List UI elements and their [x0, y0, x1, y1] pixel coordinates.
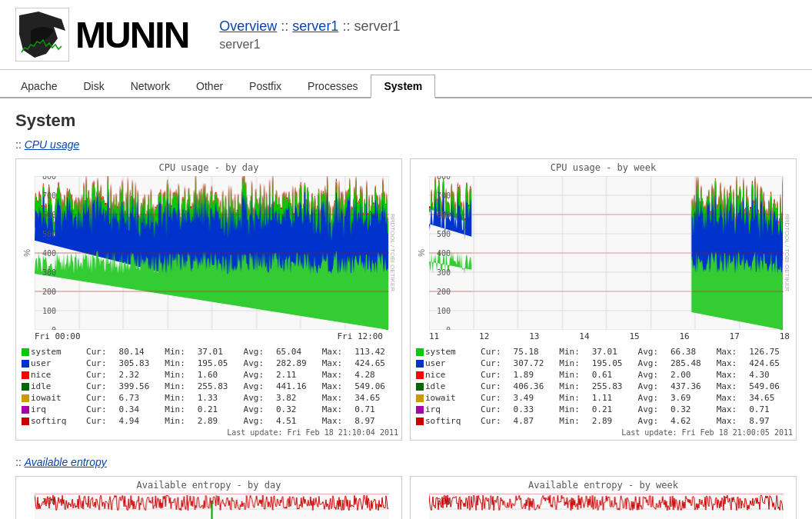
- x-17: 17: [730, 331, 740, 341]
- header-right: Overview :: server1 :: server1 server1: [219, 18, 400, 52]
- tab-network[interactable]: Network: [118, 75, 183, 97]
- legend-row-iowait: iowait Cur:3.49 Min:1.11 Avg:3.69 Max:34…: [414, 392, 793, 404]
- tab-system[interactable]: System: [371, 75, 435, 98]
- x-14: 14: [579, 331, 589, 341]
- breadcrumb-sep1: ::: [281, 18, 292, 34]
- y-axis-label-day: %: [22, 249, 32, 257]
- x-15: 15: [629, 331, 639, 341]
- content: System :: CPU usage CPU usage - by day %…: [0, 98, 812, 519]
- entropy-day-chart: Available entropy - by day Fri 00:00 Fri…: [15, 476, 402, 519]
- legend-row-softirq: softirq Cur:4.94 Min:2.89 Avg:4.51 Max:8…: [19, 415, 398, 427]
- entropy-week-canvas: [429, 494, 784, 519]
- cpu-usage-link[interactable]: CPU usage: [25, 138, 80, 151]
- cpu-day-canvas: [35, 176, 389, 330]
- entropy-link[interactable]: Available entropy: [25, 456, 107, 468]
- overview-link[interactable]: Overview: [219, 18, 277, 34]
- x-13: 13: [529, 331, 539, 341]
- cpu-day-chart: CPU usage - by day % RRDTOOL / TOBI OETI…: [15, 158, 402, 441]
- x-label-fri-12: Fri 12:00: [337, 331, 383, 341]
- legend-row-nice: nice Cur:1.89 Min:0.61 Avg:2.00 Max:4.30: [414, 369, 793, 381]
- tab-other[interactable]: Other: [183, 75, 236, 97]
- entropy-week-chart: Available entropy - by week 11 18: [410, 476, 797, 519]
- page-title: System: [15, 111, 797, 131]
- cpu-chart-row: CPU usage - by day % RRDTOOL / TOBI OETI…: [15, 158, 797, 441]
- entropy-section-header: :: Available entropy: [15, 456, 797, 468]
- logo-area: MUNIN: [15, 8, 188, 62]
- rrd-label-day: RRDTOOL / TOBI OETIKER: [389, 214, 396, 291]
- legend-row-user: user Cur:307.72 Min:195.05 Avg:285.48 Ma…: [414, 358, 793, 369]
- entropy-week-title: Available entropy - by week: [414, 480, 793, 491]
- tab-apache[interactable]: Apache: [8, 75, 70, 97]
- cpu-day-xlabels: Fri 00:00 Fri 12:00: [19, 330, 398, 343]
- entropy-day-title: Available entropy - by day: [19, 480, 398, 491]
- cpu-week-update: Last update: Fri Feb 18 21:00:05 2011: [414, 428, 793, 437]
- cpu-day-update: Last update: Fri Feb 18 21:10:04 2011: [19, 428, 398, 437]
- cpu-week-legend: system Cur:75.18 Min:37.01 Avg:66.38 Max…: [414, 346, 793, 427]
- legend-row-irq: irq Cur:0.34 Min:0.21 Avg:0.32 Max:0.71: [19, 404, 398, 415]
- munin-logo-icon: [15, 8, 69, 62]
- legend-row-nice: nice Cur:2.32 Min:1.60 Avg:2.11 Max:4.28: [19, 369, 398, 381]
- legend-row-irq: irq Cur:0.33 Min:0.21 Avg:0.32 Max:0.71: [414, 404, 793, 415]
- legend-row-idle: idle Cur:406.36 Min:255.83 Avg:437.36 Ma…: [414, 381, 793, 392]
- y-axis-label-week: %: [417, 249, 426, 257]
- cpu-prefix: ::: [15, 138, 25, 151]
- legend-row-system: system Cur:80.14 Min:37.01 Avg:65.04 Max…: [19, 346, 398, 358]
- legend-row-user: user Cur:305.83 Min:195.05 Avg:282.89 Ma…: [19, 358, 398, 369]
- tab-disk[interactable]: Disk: [70, 75, 117, 97]
- server-subtitle: server1: [219, 38, 400, 52]
- breadcrumb-current: :: server1: [342, 18, 400, 34]
- legend-row-softirq: softirq Cur:4.87 Min:2.89 Avg:4.62 Max:8…: [414, 415, 793, 427]
- cpu-section-header: :: CPU usage: [15, 138, 797, 151]
- rrd-label-week: RRDTOOL / TOBI OETIKER: [784, 214, 790, 291]
- cpu-week-title: CPU usage - by week: [414, 162, 793, 173]
- x-label-fri-0: Fri 00:00: [35, 331, 81, 341]
- x-12: 12: [479, 331, 489, 341]
- cpu-week-canvas: [429, 176, 784, 330]
- cpu-day-legend: system Cur:80.14 Min:37.01 Avg:65.04 Max…: [19, 346, 398, 427]
- logo-text: MUNIN: [75, 14, 188, 56]
- x-18: 18: [780, 331, 790, 341]
- tab-processes[interactable]: Processes: [295, 75, 371, 97]
- entropy-day-canvas: [35, 494, 389, 519]
- nav-tabs: ApacheDiskNetworkOtherPostfixProcessesSy…: [0, 75, 812, 98]
- legend-row-system: system Cur:75.18 Min:37.01 Avg:66.38 Max…: [414, 346, 793, 358]
- entropy-prefix: ::: [15, 456, 25, 468]
- x-16: 16: [679, 331, 689, 341]
- legend-row-idle: idle Cur:399.56 Min:255.83 Avg:441.16 Ma…: [19, 381, 398, 392]
- server1-link[interactable]: server1: [292, 18, 338, 34]
- legend-row-iowait: iowait Cur:6.73 Min:1.33 Avg:3.82 Max:34…: [19, 392, 398, 404]
- cpu-day-title: CPU usage - by day: [19, 162, 398, 173]
- entropy-chart-row: Available entropy - by day Fri 00:00 Fri…: [15, 476, 797, 519]
- header: MUNIN Overview :: server1 :: server1 ser…: [0, 0, 812, 70]
- cpu-week-chart: CPU usage - by week % RRDTOOL / TOBI OET…: [410, 158, 797, 441]
- x-11: 11: [429, 331, 439, 341]
- cpu-week-xlabels: 11 12 13 14 15 16 17 18: [414, 330, 793, 343]
- tab-postfix[interactable]: Postfix: [236, 75, 295, 97]
- breadcrumb: Overview :: server1 :: server1: [219, 18, 400, 35]
